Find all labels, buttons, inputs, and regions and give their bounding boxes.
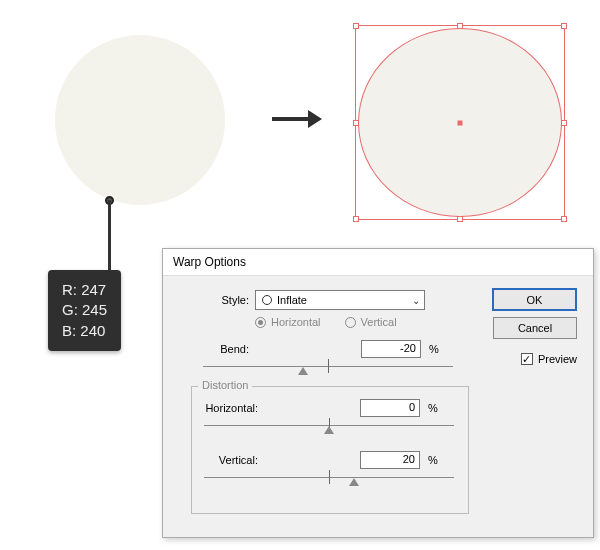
orientation-v-label: Vertical bbox=[361, 316, 397, 328]
ok-label: OK bbox=[527, 294, 543, 306]
distortion-group: Distortion Horizontal: 0 % Vertical: 20 … bbox=[191, 386, 469, 514]
handle-ml[interactable] bbox=[353, 120, 359, 126]
dist-h-input[interactable]: 0 bbox=[360, 399, 420, 417]
dist-h-slider[interactable] bbox=[204, 421, 454, 431]
handle-tr[interactable] bbox=[561, 23, 567, 29]
handle-tc[interactable] bbox=[457, 23, 463, 29]
color-r: R: 247 bbox=[62, 280, 107, 300]
bend-input[interactable]: -20 bbox=[361, 340, 421, 358]
dist-v-slider[interactable] bbox=[204, 473, 454, 483]
preview-label: Preview bbox=[538, 353, 577, 365]
handle-bl[interactable] bbox=[353, 216, 359, 222]
orientation-vertical-radio[interactable]: Vertical bbox=[345, 316, 397, 328]
handle-bc[interactable] bbox=[457, 216, 463, 222]
preview-checkbox[interactable]: Preview bbox=[521, 353, 577, 365]
dist-v-input[interactable]: 20 bbox=[360, 451, 420, 469]
dist-v-label: Vertical: bbox=[192, 454, 258, 466]
orientation-horizontal-radio[interactable]: Horizontal bbox=[255, 316, 321, 328]
dist-h-label: Horizontal: bbox=[192, 402, 258, 414]
radio-icon bbox=[255, 317, 266, 328]
orientation-h-label: Horizontal bbox=[271, 316, 321, 328]
cancel-button[interactable]: Cancel bbox=[493, 317, 577, 339]
chevron-down-icon: ⌄ bbox=[412, 295, 420, 306]
center-point-icon bbox=[458, 120, 463, 125]
checkmark-icon bbox=[521, 353, 533, 365]
warp-options-dialog: Warp Options Style: Inflate ⌄ Horizontal… bbox=[162, 248, 594, 538]
radio-icon bbox=[345, 317, 356, 328]
dialog-title: Warp Options bbox=[163, 249, 593, 276]
style-label: Style: bbox=[189, 294, 249, 306]
callout-connector bbox=[108, 200, 111, 275]
color-b: B: 240 bbox=[62, 321, 107, 341]
bend-slider[interactable] bbox=[203, 362, 453, 372]
source-ellipse bbox=[55, 35, 225, 205]
handle-tl[interactable] bbox=[353, 23, 359, 29]
ok-button[interactable]: OK bbox=[492, 288, 577, 311]
handle-mr[interactable] bbox=[561, 120, 567, 126]
distortion-legend: Distortion bbox=[198, 379, 252, 391]
percent-label: % bbox=[428, 454, 438, 466]
cancel-label: Cancel bbox=[518, 322, 552, 334]
inflate-icon bbox=[262, 295, 272, 305]
percent-label: % bbox=[429, 343, 439, 355]
percent-label: % bbox=[428, 402, 438, 414]
bend-label: Bend: bbox=[189, 343, 249, 355]
selection-bounding-box[interactable] bbox=[355, 25, 565, 220]
handle-br[interactable] bbox=[561, 216, 567, 222]
color-readout: R: 247 G: 245 B: 240 bbox=[48, 270, 121, 351]
style-dropdown[interactable]: Inflate ⌄ bbox=[255, 290, 425, 310]
color-g: G: 245 bbox=[62, 300, 107, 320]
style-value: Inflate bbox=[277, 294, 412, 306]
